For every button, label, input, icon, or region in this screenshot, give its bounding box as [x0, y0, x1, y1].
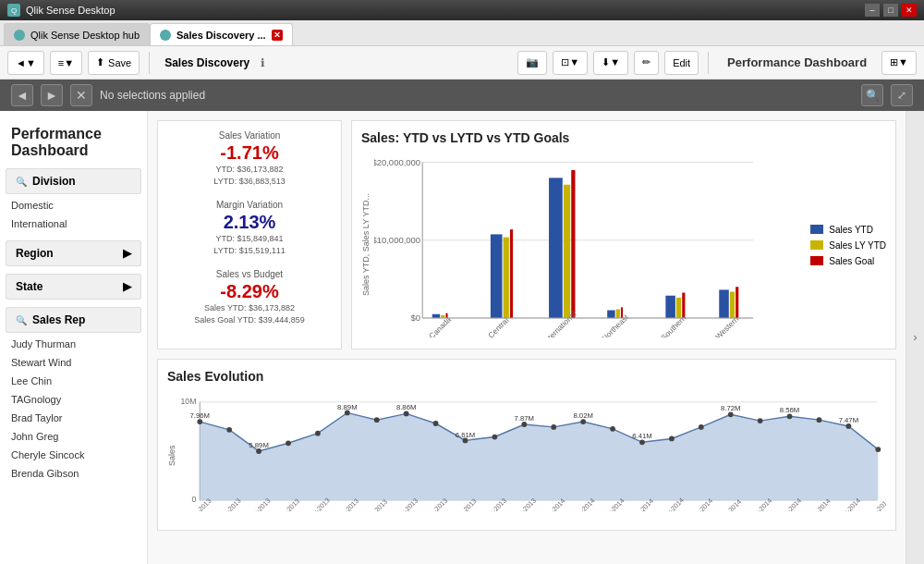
- legend-color-lytd: [810, 240, 823, 250]
- tab-sales[interactable]: Sales Discovery ... ✕: [150, 23, 293, 45]
- legend-label-ytd: Sales YTD: [829, 225, 873, 235]
- selection-back-button[interactable]: ◄: [11, 84, 33, 106]
- svg-point-41: [286, 440, 291, 446]
- division-label: Division: [32, 175, 76, 188]
- svg-text:$20,000,000: $20,000,000: [374, 157, 420, 167]
- camera-button[interactable]: 📷: [517, 51, 547, 75]
- sales-rep-filter-header[interactable]: 🔍 Sales Rep: [6, 307, 141, 333]
- svg-text:6.61M: 6.61M: [456, 430, 475, 438]
- svg-text:Region Name: Region Name: [561, 337, 614, 337]
- svg-point-52: [610, 425, 615, 431]
- selection-search-button[interactable]: 🔍: [861, 84, 883, 106]
- svg-rect-11: [510, 229, 513, 318]
- bar-chart-inner: $20,000,000 $10,000,000 $0: [374, 153, 801, 337]
- content-area: Sales Variation -1.71% YTD: $36,173,882 …: [148, 111, 906, 564]
- menu-icon: ≡▼: [58, 57, 74, 68]
- sales-variation-ytd: YTD: $36,173,882: [171, 164, 328, 176]
- svg-point-55: [699, 424, 704, 430]
- toolbar-divider-2: [708, 52, 709, 74]
- svg-text:Central: Central: [486, 315, 510, 337]
- svg-text:8.89M: 8.89M: [337, 402, 357, 411]
- title-bar-text: Qlik Sense Desktop: [26, 5, 859, 16]
- sales-variation-block: Sales Variation -1.71% YTD: $36,173,882 …: [171, 130, 328, 187]
- margin-variation-block: Margin Variation 2.13% YTD: $15,849,841 …: [171, 200, 328, 256]
- legend-item-goal: Sales Goal: [810, 256, 886, 266]
- selection-clear-button[interactable]: ✕: [70, 84, 92, 106]
- grid-icon: ⊞▼: [890, 56, 908, 68]
- state-label: State: [16, 280, 43, 293]
- sidebar-item-domestic[interactable]: Domestic: [0, 196, 147, 215]
- download-icon: ⬇▼: [602, 56, 620, 68]
- expand-sidebar-button[interactable]: ›: [906, 111, 924, 564]
- svg-text:5.89M: 5.89M: [249, 441, 268, 449]
- selection-expand-button[interactable]: ⤢: [891, 84, 913, 106]
- sidebar-item-cheryle[interactable]: Cheryle Sincock: [0, 446, 147, 464]
- sidebar-item-brenda[interactable]: Brenda Gibson: [0, 464, 147, 483]
- svg-text:7.96M: 7.96M: [190, 411, 210, 420]
- region-label: Region: [16, 247, 54, 260]
- svg-point-44: [374, 417, 380, 423]
- selection-forward-button[interactable]: ►: [41, 84, 63, 106]
- svg-point-59: [817, 417, 822, 423]
- svg-text:8.56M: 8.56M: [780, 406, 799, 414]
- app-name-label: Sales Discovery: [159, 56, 255, 69]
- sidebar-item-lee-chin[interactable]: Lee Chin: [0, 372, 147, 390]
- title-bar: Q Qlik Sense Desktop – □ ✕: [0, 0, 924, 20]
- screen-button[interactable]: ⊡▼: [553, 51, 588, 75]
- grid-button[interactable]: ⊞▼: [881, 51, 917, 75]
- maximize-button[interactable]: □: [883, 4, 898, 17]
- save-icon: ⬆: [96, 56, 104, 68]
- sidebar: Performance Dashboard 🔍 Division Domesti…: [0, 111, 148, 564]
- svg-rect-23: [736, 287, 738, 318]
- svg-rect-20: [682, 293, 685, 318]
- state-arrow-icon: ▶: [123, 280, 131, 293]
- edit-button[interactable]: Edit: [664, 51, 699, 75]
- svg-point-48: [492, 434, 498, 439]
- bar-chart-container: Sales YTD, Sales LY YTD... $20,000,000 $…: [361, 153, 886, 337]
- region-filter-header[interactable]: Region ▶: [6, 240, 141, 266]
- sidebar-item-brad[interactable]: Brad Taylor: [0, 409, 147, 427]
- back-forward-button[interactable]: ◄▼: [7, 51, 44, 75]
- sidebar-item-john[interactable]: John Greg: [0, 427, 147, 446]
- svg-text:$10,000,000: $10,000,000: [374, 235, 420, 245]
- menu-button[interactable]: ≡▼: [50, 51, 82, 75]
- state-filter-header[interactable]: State ▶: [6, 274, 141, 300]
- minimize-button[interactable]: –: [865, 4, 880, 17]
- sidebar-item-international[interactable]: International: [0, 215, 147, 233]
- search-icon-2: 🔍: [16, 315, 27, 325]
- legend-label-lytd: Sales LY YTD: [829, 240, 886, 251]
- y-axis-label: Sales YTD, Sales LY YTD...: [361, 153, 374, 337]
- save-button[interactable]: ⬆ Save: [88, 51, 140, 75]
- svg-rect-9: [491, 234, 503, 318]
- download-button[interactable]: ⬇▼: [593, 51, 628, 75]
- window-controls: – □ ✕: [865, 4, 917, 17]
- close-button[interactable]: ✕: [902, 4, 917, 17]
- svg-point-46: [433, 421, 439, 426]
- margin-variation-label: Margin Variation: [171, 200, 328, 210]
- svg-rect-22: [730, 292, 735, 318]
- sales-budget-value: -8.29%: [171, 281, 328, 302]
- svg-rect-21: [719, 289, 729, 318]
- svg-text:8.02M: 8.02M: [573, 411, 592, 420]
- svg-text:10M: 10M: [181, 396, 197, 405]
- division-filter-header[interactable]: 🔍 Division: [6, 168, 141, 194]
- evolution-chart-svg: 10M 0: [180, 391, 886, 511]
- tab-bar: Qlik Sense Desktop hub Sales Discovery .…: [0, 20, 924, 46]
- svg-rect-6: [432, 314, 440, 318]
- region-section: Region ▶: [0, 240, 147, 266]
- sidebar-item-judy[interactable]: Judy Thurman: [0, 335, 147, 353]
- sales-rep-label: Sales Rep: [32, 313, 85, 326]
- pencil-button[interactable]: ✏: [634, 51, 659, 75]
- tab-hub[interactable]: Qlik Sense Desktop hub: [4, 23, 150, 45]
- search-icon: 🔍: [16, 177, 27, 187]
- toolbar: ◄▼ ≡▼ ⬆ Save Sales Discovery ℹ 📷 ⊡▼ ⬇▼ ✏…: [0, 46, 924, 80]
- sidebar-item-tagnology[interactable]: TAGnology: [0, 390, 147, 409]
- svg-text:Northeast: Northeast: [600, 313, 630, 337]
- svg-rect-13: [564, 185, 570, 318]
- svg-rect-14: [571, 170, 575, 318]
- chart-legend: Sales YTD Sales LY YTD Sales Goal: [801, 153, 886, 337]
- state-section: State ▶: [0, 274, 147, 300]
- tab-close-button[interactable]: ✕: [272, 30, 283, 41]
- panel-title: Performance Dashboard: [0, 120, 147, 168]
- sidebar-item-stewart[interactable]: Stewart Wind: [0, 353, 147, 372]
